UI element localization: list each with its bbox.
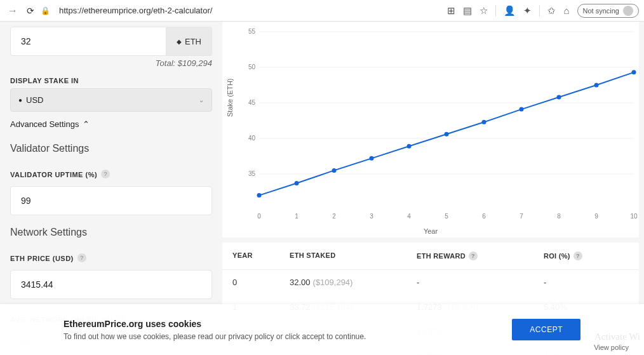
reader-icon[interactable]: ▤	[463, 5, 472, 17]
stake-total: Total: $109,294	[10, 58, 212, 68]
chevron-down-icon: ⌄	[199, 97, 204, 104]
svg-point-31	[632, 70, 636, 74]
star-plus-icon[interactable]: ✩	[547, 5, 556, 17]
currency-value: USD	[26, 95, 43, 105]
browser-toolbar: → ⟳ 🔒 https://ethereumprice.org/eth-2-ca…	[0, 0, 644, 22]
chevron-up-icon: ⌃	[83, 119, 90, 129]
svg-text:55: 55	[248, 28, 256, 35]
puzzle-icon[interactable]: ✦	[523, 5, 532, 17]
help-icon[interactable]: ?	[574, 251, 582, 260]
view-policy-link[interactable]: View policy	[594, 344, 629, 351]
svg-text:35: 35	[248, 170, 256, 177]
th-staked: ETH STAKED	[290, 251, 417, 260]
svg-text:2: 2	[332, 213, 336, 220]
svg-text:45: 45	[248, 99, 256, 106]
sync-status[interactable]: Not syncing	[577, 4, 639, 18]
svg-point-21	[257, 193, 262, 198]
cookie-banner: EthereumPrice.org uses cookies To find o…	[0, 304, 644, 355]
th-year: YEAR	[232, 251, 290, 260]
stake-chart: Stake (ETH) 3540455055012345678910 Year	[222, 22, 639, 238]
advanced-label: Advanced Settings	[10, 119, 79, 129]
svg-text:5: 5	[445, 213, 448, 220]
svg-text:50: 50	[248, 64, 256, 70]
eth-price-label: ETH PRICE (USD)	[10, 255, 74, 262]
svg-text:0: 0	[257, 213, 261, 220]
display-stake-label: DISPLAY STAKE IN	[10, 77, 212, 84]
address-bar[interactable]: https://ethereumprice.org/eth-2-calculat…	[59, 6, 212, 15]
eth-diamond-icon: ◆	[177, 38, 182, 45]
svg-text:10: 10	[630, 213, 638, 220]
chart-y-axis-label: Stake (ETH)	[226, 78, 234, 117]
toolbar-icons: ⊞ ▤ ☆ 👤 ✦ ✩ ⌂ Not syncing	[447, 4, 639, 18]
svg-point-26	[445, 132, 449, 137]
svg-point-28	[520, 107, 524, 112]
svg-point-27	[482, 120, 486, 124]
reload-icon[interactable]: ⟳	[27, 6, 34, 16]
eth-price-input[interactable]: 3415.44	[10, 270, 212, 299]
svg-point-29	[557, 95, 561, 100]
svg-text:8: 8	[557, 213, 561, 220]
svg-text:9: 9	[594, 213, 598, 220]
forward-arrow-icon[interactable]: →	[5, 4, 20, 18]
uptime-input[interactable]: 99	[10, 186, 212, 215]
app-icon[interactable]: ⊞	[447, 5, 455, 17]
svg-point-22	[295, 181, 299, 185]
help-icon[interactable]: ?	[77, 253, 86, 262]
stake-unit[interactable]: ◆ ETH	[166, 27, 212, 56]
svg-text:40: 40	[248, 135, 256, 142]
usd-flag-icon: ●	[18, 97, 22, 104]
th-reward: ETH REWARD ?	[417, 251, 544, 260]
svg-point-24	[370, 156, 374, 161]
th-roi: ROI (%) ?	[544, 251, 614, 260]
uptime-label: VALIDATOR UPTIME (%)	[10, 171, 97, 178]
chart-x-axis-label: Year	[424, 227, 438, 235]
accept-button[interactable]: ACCEPT	[512, 319, 580, 340]
svg-text:4: 4	[407, 213, 411, 220]
svg-text:6: 6	[482, 213, 486, 220]
cookie-subtitle: To find out how we use cookies, please r…	[64, 332, 512, 341]
favorite-icon[interactable]: ☆	[480, 5, 488, 17]
stake-input[interactable]: 32	[10, 27, 166, 56]
svg-point-30	[594, 83, 599, 88]
svg-text:1: 1	[295, 213, 299, 220]
extension-icon[interactable]: 👤	[504, 5, 516, 17]
cookie-title: EthereumPrice.org uses cookies	[64, 319, 512, 329]
validator-settings-title: Validator Settings	[10, 143, 212, 154]
collections-icon[interactable]: ⌂	[563, 5, 569, 16]
currency-select[interactable]: ● USD ⌄	[10, 88, 212, 112]
table-row: 032.00($109,294)--	[222, 270, 639, 295]
lock-icon[interactable]: 🔒	[41, 6, 50, 15]
svg-point-23	[332, 168, 337, 173]
network-settings-title: Network Settings	[10, 227, 212, 238]
help-icon[interactable]: ?	[469, 251, 478, 260]
avatar-icon	[623, 6, 633, 16]
svg-text:3: 3	[370, 213, 373, 220]
sync-label: Not syncing	[583, 7, 619, 15]
svg-text:7: 7	[520, 213, 523, 220]
help-icon[interactable]: ?	[101, 170, 110, 178]
stake-unit-label: ETH	[185, 37, 201, 46]
svg-point-25	[407, 144, 412, 149]
advanced-settings-toggle[interactable]: Advanced Settings ⌃	[10, 119, 212, 129]
